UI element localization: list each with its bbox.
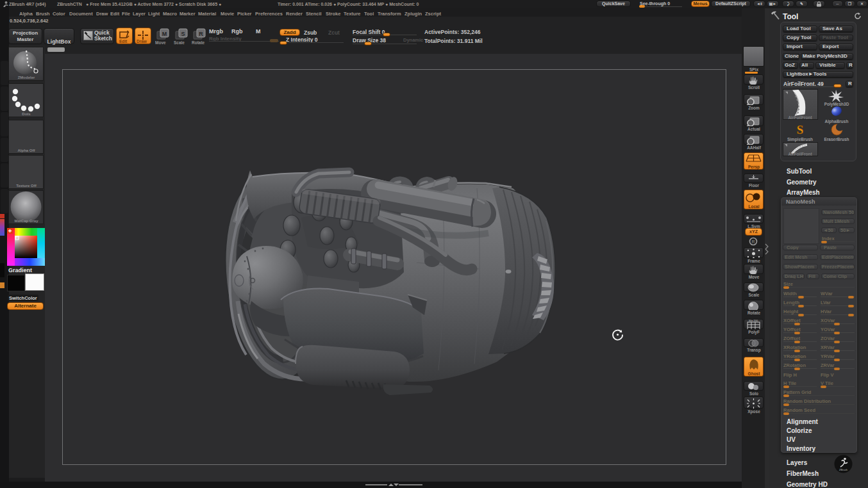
svg-text:M: M [162, 31, 167, 37]
svg-text:R: R [751, 240, 755, 244]
svg-text:ZBrush: ZBrush [839, 468, 847, 471]
svg-text:30e 200: 30e 200 [749, 319, 758, 322]
svg-text:S: S [181, 31, 185, 37]
svg-text:S: S [797, 124, 804, 136]
svg-text:R: R [199, 31, 203, 37]
